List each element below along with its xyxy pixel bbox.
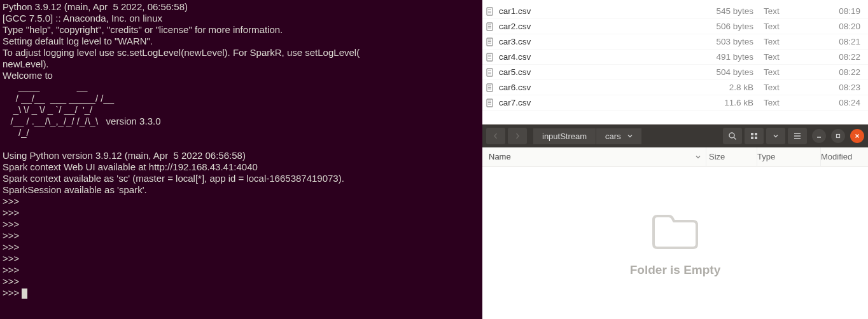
file-list: car1.csv545 bytesText08:19car2.csv506 by… [482,0,868,111]
folder-icon [648,208,702,253]
svg-rect-32 [751,137,753,139]
file-modified: 08:20 [827,22,868,31]
file-name: car6.csv [498,83,713,92]
right-panel: car1.csv545 bytesText08:19car2.csv506 by… [482,0,868,319]
hamburger-menu-button[interactable] [788,128,807,144]
column-header-name[interactable]: Name [482,147,706,166]
view-grid-button[interactable] [745,128,764,144]
file-size: 2.8 kB [713,83,764,92]
search-button[interactable] [723,128,742,144]
file-modified: 08:23 [827,83,868,92]
file-size: 545 bytes [713,6,764,16]
sort-down-icon [696,154,701,160]
file-row[interactable]: car6.csv2.8 kBText08:23 [482,80,868,95]
window-close-button[interactable] [850,129,864,143]
chevron-down-icon [773,133,778,139]
maximize-icon [836,133,841,139]
file-icon [482,37,498,47]
file-size: 503 bytes [713,37,764,46]
file-row[interactable]: car7.csv11.6 kBText08:24 [482,95,868,111]
breadcrumb: inputStream cars [533,128,642,144]
file-modified: 08:24 [827,98,868,107]
file-row[interactable]: car4.csv491 bytesText08:22 [482,50,868,65]
file-name: car5.csv [498,67,713,77]
file-row[interactable]: car3.csv503 bytesText08:21 [482,34,868,50]
file-manager-top: car1.csv545 bytesText08:19car2.csv506 by… [482,0,868,125]
terminal-pyspark[interactable]: Python 3.9.12 (main, Apr 5 2022, 06:56:5… [0,0,482,319]
nav-back-button[interactable] [486,128,505,144]
file-size: 504 bytes [713,67,764,77]
hamburger-icon [794,133,801,139]
file-row[interactable]: car5.csv504 bytesText08:22 [482,65,868,80]
file-name: car2.csv [498,22,713,31]
svg-rect-31 [755,133,757,135]
svg-point-28 [729,133,734,138]
column-header-modified[interactable]: Modified [821,147,868,166]
file-name: car4.csv [498,52,713,62]
file-icon [482,98,498,108]
svg-rect-30 [751,133,753,135]
file-size: 491 bytes [713,52,764,62]
file-type: Text [764,37,827,46]
file-size: 506 bytes [713,22,764,31]
svg-rect-38 [837,135,840,138]
file-type: Text [764,83,827,92]
svg-line-29 [734,137,736,140]
column-header-type[interactable]: Type [757,147,821,166]
grid-icon [750,132,758,140]
file-modified: 08:21 [827,37,868,46]
file-name: car1.csv [498,6,713,16]
file-icon [482,6,498,17]
file-name: car3.csv [498,37,713,46]
column-header-size[interactable]: Size [706,147,757,166]
file-type: Text [764,52,827,62]
file-type: Text [764,67,827,77]
toolbar: inputStream cars [482,125,868,147]
file-size: 11.6 kB [713,98,764,107]
empty-folder-label: Folder is Empty [630,263,721,277]
file-icon [482,67,498,78]
file-row[interactable]: car2.csv506 bytesText08:20 [482,19,868,34]
cursor [22,288,27,299]
file-modified: 08:22 [827,52,868,62]
empty-folder-placeholder: Folder is Empty [482,166,868,319]
nav-forward-button[interactable] [508,128,527,144]
window-maximize-button[interactable] [831,129,845,143]
file-icon [482,52,498,62]
breadcrumb-item-inputstream[interactable]: inputStream [533,128,596,144]
chevron-down-icon [627,133,633,139]
file-icon [482,83,498,93]
file-type: Text [764,22,827,31]
breadcrumb-label: cars [605,132,621,141]
file-type: Text [764,98,827,107]
view-dropdown-button[interactable] [766,128,785,144]
file-name: car7.csv [498,98,713,107]
breadcrumb-item-cars[interactable]: cars [596,128,642,144]
file-modified: 08:19 [827,6,868,16]
file-type: Text [764,6,827,16]
file-row[interactable]: car1.csv545 bytesText08:19 [482,4,868,19]
terminal-output: Python 3.9.12 (main, Apr 5 2022, 06:56:5… [3,1,360,298]
window-minimize-button[interactable] [812,129,826,143]
column-name-label: Name [489,152,511,161]
column-headers: Name Size Type Modified [482,147,868,166]
file-modified: 08:22 [827,67,868,77]
svg-rect-33 [755,137,757,139]
close-icon [855,133,860,139]
file-icon [482,22,498,32]
search-icon [728,132,737,140]
file-manager-bottom: inputStream cars [482,125,868,319]
minimize-icon [816,133,822,139]
